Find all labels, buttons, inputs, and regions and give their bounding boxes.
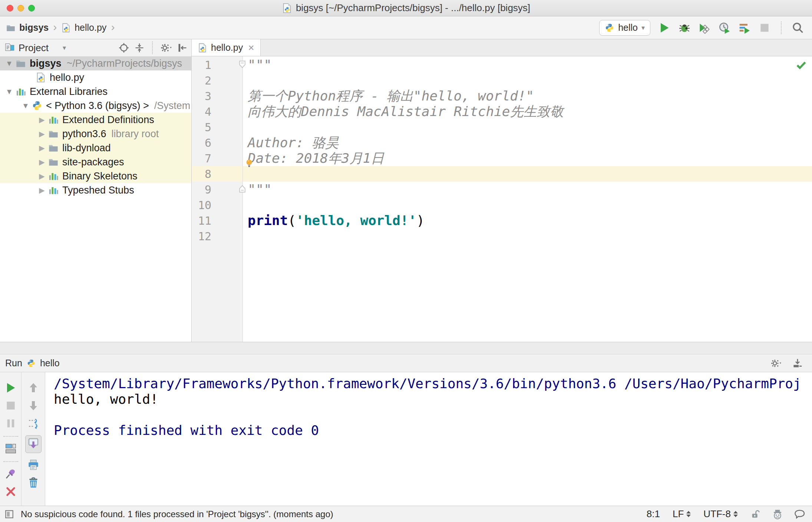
restore-layout-icon[interactable]: [5, 443, 17, 455]
code-line-6[interactable]: Author: 骆昊: [243, 135, 812, 151]
intention-bulb-icon[interactable]: [244, 159, 254, 168]
tree-expanded-arrow-icon[interactable]: ▼: [19, 102, 32, 110]
editor-gutter[interactable]: 123456789101112: [192, 56, 243, 342]
tree-item-lib-dynload[interactable]: ▶lib-dynload: [0, 141, 191, 155]
code-line-7[interactable]: Date: 2018年3月1日: [243, 151, 812, 166]
collapse-all-icon[interactable]: [134, 43, 145, 53]
soft-wrap-icon[interactable]: [27, 417, 39, 429]
code-editor[interactable]: 123456789101112 """第一个Python程序 - 输出"hell…: [192, 56, 812, 342]
tree-expanded-arrow-icon[interactable]: ▼: [3, 87, 16, 96]
inspections-ok-check-icon[interactable]: [796, 59, 807, 70]
line-number-5[interactable]: 5: [192, 119, 242, 135]
editor-tab-strip: hello.py ×: [192, 39, 812, 56]
editor-tab-hello-py[interactable]: hello.py ×: [192, 39, 261, 56]
settings-gear-icon[interactable]: [770, 358, 782, 369]
run-configuration-select[interactable]: hello ▾: [599, 20, 650, 36]
code-line-12[interactable]: [243, 228, 812, 244]
down-stack-trace-icon[interactable]: [27, 400, 39, 412]
navigation-bar: bigsys › hello.py › hello ▾: [0, 16, 812, 39]
locate-icon[interactable]: [119, 43, 129, 53]
code-line-9[interactable]: """: [243, 182, 812, 197]
run-with-coverage-icon[interactable]: [699, 22, 710, 34]
code-line-4[interactable]: 向伟大的Dennis MacAlistair Ritchie先生致敬: [243, 104, 812, 119]
breadcrumb-item-hello-py[interactable]: hello.py: [75, 22, 106, 33]
lock-icon[interactable]: [750, 509, 761, 519]
line-number-11[interactable]: 11: [192, 213, 242, 228]
code-line-11[interactable]: print('hello, world!'): [243, 213, 812, 228]
breadcrumb-item-bigsys[interactable]: bigsys: [19, 22, 49, 33]
close-tab-icon[interactable]: ×: [248, 42, 254, 54]
code-line-8[interactable]: [243, 166, 812, 182]
stop-icon[interactable]: [5, 400, 17, 412]
tree-item-typeshed-stubs[interactable]: ▶Typeshed Stubs: [0, 183, 191, 197]
feedback-bubble-icon[interactable]: [794, 509, 805, 520]
tree-collapsed-arrow-icon[interactable]: ▶: [36, 115, 48, 124]
code-token: ): [416, 213, 425, 228]
clear-all-icon[interactable]: [27, 477, 39, 489]
close-window-button[interactable]: [7, 5, 13, 11]
search-everywhere-icon[interactable]: [792, 22, 804, 34]
minimize-window-button[interactable]: [17, 5, 24, 11]
line-number-7[interactable]: 7: [192, 151, 242, 166]
up-stack-trace-icon[interactable]: [27, 382, 39, 394]
line-number-4[interactable]: 4: [192, 104, 242, 119]
run-toolbar: hello ▾: [599, 20, 804, 36]
line-number-6[interactable]: 6: [192, 135, 242, 151]
run-icon[interactable]: [658, 22, 670, 34]
tree-item-extended-definitions[interactable]: ▶Extended Definitions: [0, 113, 191, 127]
line-number-3[interactable]: 3: [192, 88, 242, 104]
caret-position-widget[interactable]: 8:1: [647, 508, 660, 520]
encoding-widget[interactable]: UTF-8: [703, 508, 738, 520]
rerun-icon[interactable]: [5, 382, 17, 394]
editor-code-area[interactable]: """第一个Python程序 - 输出"hello, world!"向伟大的De…: [243, 56, 812, 342]
tree-item-hello.py[interactable]: hello.py: [0, 70, 191, 85]
fold-open-icon[interactable]: [239, 60, 246, 70]
dock-icon[interactable]: [792, 358, 803, 369]
close-icon[interactable]: [5, 486, 17, 498]
code-line-3[interactable]: 第一个Python程序 - 输出"hello, world!": [243, 88, 812, 104]
tree-item-python-3.6-bigsys[interactable]: ▼< Python 3.6 (bigsys) >/System: [0, 99, 191, 113]
tree-item-site-packages[interactable]: ▶site-packages: [0, 155, 191, 169]
line-separator-widget[interactable]: LF: [673, 508, 691, 520]
profiler-icon[interactable]: [719, 22, 730, 34]
tree-item-external-libraries[interactable]: ▼External Libraries: [0, 85, 191, 99]
tree-collapsed-arrow-icon[interactable]: ▶: [36, 143, 48, 152]
hector-icon[interactable]: [772, 509, 783, 520]
zoom-window-button[interactable]: [28, 5, 35, 11]
code-line-1[interactable]: """: [243, 57, 812, 73]
hide-panel-icon[interactable]: [177, 43, 188, 53]
line-number-2[interactable]: 2: [192, 73, 242, 88]
fold-close-icon[interactable]: [239, 185, 246, 194]
run-panel-title: Run: [5, 358, 22, 369]
project-view-select[interactable]: Project ▾: [4, 42, 66, 54]
tree-item-python3.6[interactable]: ▶python3.6library root: [0, 127, 191, 141]
project-tool-icon: [4, 43, 15, 53]
tree-collapsed-arrow-icon[interactable]: ▶: [36, 158, 48, 166]
tool-window-toggle-icon[interactable]: [4, 509, 14, 519]
stop-icon[interactable]: [759, 22, 770, 34]
tree-collapsed-arrow-icon[interactable]: ▶: [36, 172, 48, 181]
project-tree[interactable]: ▼bigsys~/PycharmProjects/bigsyshello.py▼…: [0, 56, 191, 342]
concurrency-diagram-icon[interactable]: [739, 22, 750, 34]
code-line-2[interactable]: [243, 73, 812, 88]
tree-collapsed-arrow-icon[interactable]: ▶: [36, 129, 48, 138]
run-panel-header: Run hello: [0, 354, 812, 372]
pause-output-icon[interactable]: [5, 417, 17, 429]
line-number-1[interactable]: 1: [192, 57, 242, 73]
code-line-5[interactable]: [243, 119, 812, 135]
code-line-10[interactable]: [243, 197, 812, 213]
scroll-to-end-icon-selected[interactable]: [25, 435, 42, 453]
tree-collapsed-arrow-icon[interactable]: ▶: [36, 186, 48, 195]
console-output[interactable]: /System/Library/Frameworks/Python.framew…: [45, 372, 812, 506]
line-number-10[interactable]: 10: [192, 197, 242, 213]
line-number-12[interactable]: 12: [192, 228, 242, 244]
settings-gear-icon[interactable]: [160, 42, 172, 54]
tree-expanded-arrow-icon[interactable]: ▼: [3, 59, 16, 68]
debug-icon[interactable]: [679, 22, 690, 34]
tree-item-bigsys[interactable]: ▼bigsys~/PycharmProjects/bigsys: [0, 56, 191, 70]
line-number-9[interactable]: 9: [192, 182, 242, 197]
line-number-8[interactable]: 8: [192, 166, 242, 182]
tree-item-binary-skeletons[interactable]: ▶Binary Skeletons: [0, 169, 191, 183]
print-icon[interactable]: [27, 459, 39, 471]
pin-tab-icon[interactable]: [5, 468, 17, 480]
